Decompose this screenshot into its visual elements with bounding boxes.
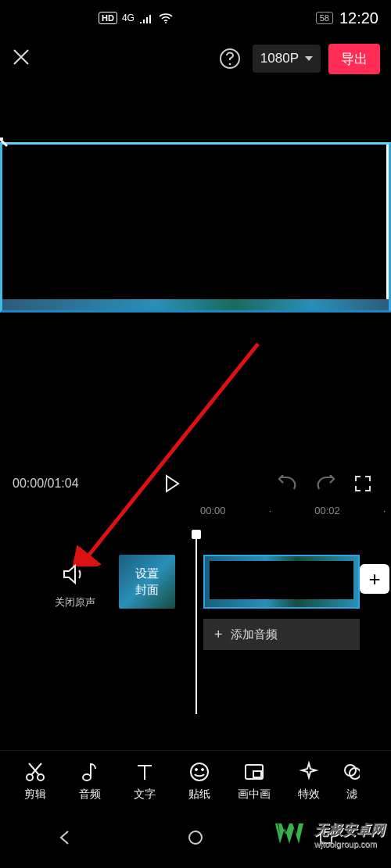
play-button[interactable] — [160, 474, 184, 493]
watermark-logo-icon — [274, 817, 308, 852]
svg-point-7 — [191, 763, 208, 780]
tool-label: 剪辑 — [24, 788, 46, 802]
watermark-url: wjtoolgroup.com — [314, 839, 385, 848]
filter-icon — [344, 761, 360, 783]
wifi-icon — [158, 13, 174, 23]
svg-point-9 — [202, 768, 204, 770]
svg-point-6 — [83, 774, 91, 780]
sticker-icon — [188, 761, 210, 783]
scissors-icon — [24, 761, 46, 783]
hd-icon: HD — [99, 12, 117, 24]
add-clip-button[interactable]: + — [360, 564, 389, 594]
tool-edit[interactable]: 剪辑 — [8, 761, 63, 802]
clock-label: 12:20 — [339, 9, 378, 27]
tool-pip[interactable]: 画中画 — [227, 761, 282, 802]
tool-label: 音频 — [79, 788, 101, 802]
text-icon — [134, 761, 156, 783]
tool-filter[interactable]: 滤 — [336, 761, 368, 802]
nav-back-button[interactable] — [56, 829, 74, 849]
tool-label: 贴纸 — [188, 788, 210, 802]
resize-handle-icon[interactable] — [0, 138, 11, 153]
tool-label: 特效 — [298, 788, 320, 802]
ruler-dot: · — [383, 505, 386, 516]
redo-button[interactable] — [310, 475, 341, 492]
add-audio-label: 添加音频 — [231, 627, 278, 642]
annotation-arrow — [70, 336, 274, 566]
timecode: 00:00/01:04 — [13, 477, 79, 491]
tool-text[interactable]: 文字 — [117, 761, 172, 802]
ruler-tick: 00:00 — [200, 505, 226, 516]
video-preview — [2, 145, 389, 299]
resolution-label: 1080P — [260, 51, 299, 66]
tool-effects[interactable]: 特效 — [282, 761, 336, 802]
tool-label: 文字 — [134, 788, 156, 802]
playback-controls: 00:00/01:04 — [0, 465, 391, 502]
preview-area[interactable] — [0, 142, 391, 313]
status-left: HD 4G — [99, 12, 174, 24]
tool-audio[interactable]: 音频 — [63, 761, 117, 802]
tool-label: 画中画 — [238, 788, 271, 802]
music-note-icon — [79, 761, 101, 783]
preview-strip — [2, 299, 389, 310]
export-button[interactable]: 导出 — [328, 44, 380, 74]
cover-label: 设置 封面 — [135, 566, 159, 598]
fullscreen-button[interactable] — [347, 475, 378, 492]
status-bar: HD 4G 58 12:20 — [0, 0, 391, 36]
video-clip[interactable] — [203, 555, 360, 609]
set-cover-button[interactable]: 设置 封面 — [119, 555, 175, 609]
battery-icon: 58 — [316, 12, 333, 24]
resolution-button[interactable]: 1080P — [253, 45, 321, 73]
export-label: 导出 — [341, 52, 368, 66]
mute-original-sound-button[interactable]: 关闭原声 — [55, 563, 95, 609]
svg-line-3 — [86, 344, 258, 559]
network-label: 4G — [122, 13, 135, 23]
nav-home-button[interactable] — [187, 829, 204, 849]
plus-icon: + — [214, 627, 223, 643]
current-time: 00:00 — [13, 477, 44, 490]
watermark-title: 无极安卓网 — [314, 820, 385, 839]
timeline-ruler[interactable]: 00:00 · 00:02 · — [0, 501, 391, 520]
sparkle-icon — [298, 761, 320, 783]
svg-point-2 — [229, 63, 231, 66]
pip-icon — [243, 761, 265, 783]
duration: 01:04 — [48, 477, 79, 490]
svg-point-14 — [189, 831, 202, 844]
tool-sticker[interactable]: 贴纸 — [172, 761, 227, 802]
signal-icon — [139, 13, 153, 23]
top-bar: 1080P 导出 — [0, 36, 391, 81]
speaker-icon — [62, 563, 88, 586]
undo-button[interactable] — [272, 475, 303, 492]
bottom-toolbar: 剪辑 音频 文字 贴纸 画中画 特效 滤 — [0, 750, 391, 811]
help-button[interactable] — [218, 47, 242, 70]
clip-thumbnail — [210, 561, 353, 599]
svg-point-8 — [196, 768, 198, 770]
ruler-dot: · — [269, 505, 272, 516]
svg-rect-11 — [253, 771, 261, 777]
ruler-tick: 00:02 — [314, 505, 340, 516]
timeline[interactable]: 关闭原声 设置 封面 + + 添加音频 — [0, 534, 391, 714]
tool-label: 滤 — [346, 788, 357, 802]
add-audio-track-button[interactable]: + 添加音频 — [203, 619, 360, 650]
watermark: 无极安卓网 wjtoolgroup.com — [267, 814, 391, 855]
status-right: 58 12:20 — [316, 9, 378, 27]
close-button[interactable] — [11, 47, 31, 70]
chevron-down-icon — [305, 56, 313, 61]
svg-point-0 — [165, 22, 167, 23]
mute-label: 关闭原声 — [55, 595, 95, 609]
playhead[interactable] — [196, 534, 197, 714]
plus-icon: + — [368, 567, 380, 591]
